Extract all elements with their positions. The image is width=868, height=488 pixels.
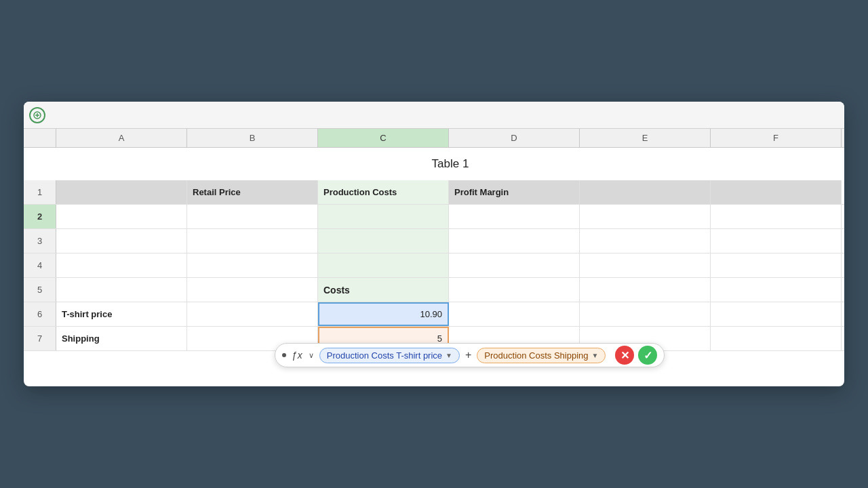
row-num-2: 2 — [24, 205, 56, 228]
pill-shipping-label: Production Costs Shipping — [484, 350, 588, 361]
fx-chevron: ∨ — [309, 351, 314, 360]
formula-dot — [282, 353, 286, 357]
cell-1d[interactable]: Profit Margin — [449, 180, 580, 204]
table-row: 3 — [24, 229, 844, 253]
cell-6b[interactable] — [187, 302, 318, 326]
cell-3d[interactable] — [449, 229, 580, 253]
spreadsheet-window: A B C D E F Table 1 1 Retail Price Produ… — [24, 102, 844, 386]
pill-tshirt-chevron: ▼ — [446, 352, 452, 359]
pill-shipping[interactable]: Production Costs Shipping ▼ — [477, 348, 606, 363]
row-num-1: 1 — [24, 180, 56, 204]
row-num-5: 5 — [24, 278, 56, 302]
cell-5a[interactable] — [56, 278, 187, 302]
pill-tshirt-price[interactable]: Production Costs T-shirt price ▼ — [319, 348, 460, 363]
table-row: 1 Retail Price Production Costs Profit M… — [24, 180, 844, 205]
cell-5e[interactable] — [580, 278, 711, 302]
cell-2e[interactable] — [580, 205, 711, 228]
cell-6f[interactable] — [711, 302, 842, 326]
pill-tshirt-label: Production Costs T-shirt price — [327, 350, 442, 361]
row-num-6: 6 — [24, 302, 56, 326]
cell-1b[interactable]: Retail Price — [187, 180, 318, 204]
cell-1f[interactable] — [711, 180, 842, 204]
circle-menu-button[interactable] — [29, 107, 45, 123]
table-row: 6 T-shirt price 10.90 — [24, 302, 844, 327]
cancel-button[interactable]: ✕ — [615, 346, 634, 365]
corner-cell — [24, 129, 56, 147]
cell-3a[interactable] — [56, 229, 187, 253]
row-num-3: 3 — [24, 229, 56, 253]
cell-4e[interactable] — [580, 253, 711, 277]
formula-bar: ƒx ∨ Production Costs T-shirt price ▼ + … — [275, 343, 665, 367]
col-header-f[interactable]: F — [711, 129, 842, 147]
cell-1e[interactable] — [580, 180, 711, 204]
cell-7f[interactable] — [711, 327, 842, 350]
spreadsheet-body: 1 Retail Price Production Costs Profit M… — [24, 180, 844, 351]
cell-5c[interactable]: Costs — [318, 278, 449, 302]
title-row: Table 1 — [24, 148, 844, 180]
plus-sign: + — [465, 349, 471, 361]
cell-2b[interactable] — [187, 205, 318, 228]
col-header-a[interactable]: A — [56, 129, 187, 147]
cell-2c[interactable] — [318, 205, 449, 228]
cell-6c[interactable]: 10.90 — [318, 302, 449, 326]
cell-6a[interactable]: T-shirt price — [56, 302, 187, 326]
cell-3f[interactable] — [711, 229, 842, 253]
pill-shipping-chevron: ▼ — [592, 352, 599, 359]
cell-3b[interactable] — [187, 229, 318, 253]
cell-5d[interactable] — [449, 278, 580, 302]
col-header-d[interactable]: D — [449, 129, 580, 147]
cell-7a[interactable]: Shipping — [56, 327, 187, 350]
row-num-4: 4 — [24, 253, 56, 277]
fx-label: ƒx — [292, 350, 303, 361]
row-num-7: 7 — [24, 327, 56, 350]
confirm-button[interactable]: ✓ — [638, 346, 657, 365]
table-row: 2 — [24, 205, 844, 229]
cell-6d[interactable] — [449, 302, 580, 326]
table-title: Table 1 — [56, 157, 844, 171]
col-header-e[interactable]: E — [580, 129, 711, 147]
cell-2f[interactable] — [711, 205, 842, 228]
cell-4c[interactable] — [318, 253, 449, 277]
cell-2a[interactable] — [56, 205, 187, 228]
cell-4d[interactable] — [449, 253, 580, 277]
table-row: 4 — [24, 253, 844, 278]
cell-4a[interactable] — [56, 253, 187, 277]
table-row: 5 Costs — [24, 278, 844, 302]
cell-2d[interactable] — [449, 205, 580, 228]
action-buttons: ✕ ✓ — [615, 346, 657, 365]
cell-5f[interactable] — [711, 278, 842, 302]
toolbar: A B C D E F — [24, 102, 844, 129]
col-header-c[interactable]: C — [318, 129, 449, 147]
cell-5b[interactable] — [187, 278, 318, 302]
cell-4f[interactable] — [711, 253, 842, 277]
col-header-b[interactable]: B — [187, 129, 318, 147]
cell-1c[interactable]: Production Costs — [318, 180, 449, 204]
cell-6e[interactable] — [580, 302, 711, 326]
cell-4b[interactable] — [187, 253, 318, 277]
cell-3c[interactable] — [318, 229, 449, 253]
cell-3e[interactable] — [580, 229, 711, 253]
cell-1a[interactable] — [56, 180, 187, 204]
